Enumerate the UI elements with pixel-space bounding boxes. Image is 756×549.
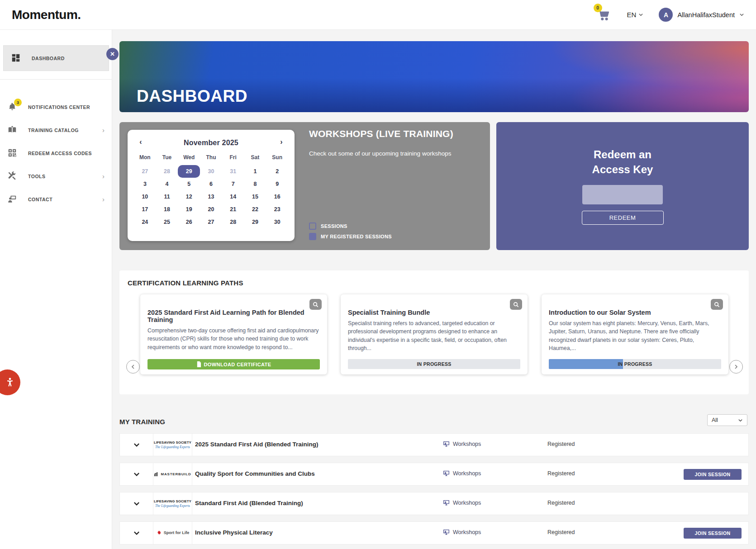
calendar-day[interactable]: 1 xyxy=(244,165,266,178)
calendar-day[interactable]: 24 xyxy=(134,216,156,228)
sidebar-item-dashboard[interactable]: DASHBOARD xyxy=(3,45,109,71)
calendar-day[interactable]: 25 xyxy=(156,216,178,228)
calendar-day[interactable]: 29 xyxy=(178,165,200,178)
calendar-day[interactable]: 10 xyxy=(134,190,156,203)
calendar-day[interactable]: 21 xyxy=(222,203,244,216)
row-expand-button[interactable] xyxy=(120,522,153,544)
calendar-day[interactable]: 31 xyxy=(222,165,244,178)
sidebar-item-label: TRAINING CATALOG xyxy=(28,128,79,133)
carousel-prev-button[interactable] xyxy=(126,360,140,374)
join-session-button[interactable]: JOIN SESSION xyxy=(684,528,742,539)
calendar-day[interactable]: 27 xyxy=(134,165,156,178)
calendar-day[interactable]: 30 xyxy=(200,165,222,178)
sidebar-item-notifications-center[interactable]: 3 NOTIFICATIONS CENTER xyxy=(0,95,112,118)
access-key-input[interactable] xyxy=(582,185,663,204)
calendar-day[interactable]: 14 xyxy=(222,190,244,203)
qr-code-icon xyxy=(7,148,18,159)
sidebar-item-redeem-access-codes[interactable]: REDEEM ACCESS CODES xyxy=(0,142,112,165)
sidebar-item-contact[interactable]: CONTACT › xyxy=(0,188,112,211)
legend-registered-swatch xyxy=(309,233,316,240)
calendar-day[interactable]: 22 xyxy=(244,203,266,216)
row-expand-button[interactable] xyxy=(120,434,153,456)
calendar-day[interactable]: 26 xyxy=(178,216,200,228)
dashboard-banner: DASHBOARD xyxy=(119,41,749,112)
magnifier-icon[interactable] xyxy=(309,299,322,310)
calendar-day[interactable]: 23 xyxy=(266,203,288,216)
training-filter-select[interactable]: All xyxy=(707,414,747,426)
cart-button[interactable]: 0 xyxy=(596,7,612,23)
my-training-heading: MY TRAINING xyxy=(119,418,165,426)
sidebar-item-label: NOTIFICATIONS CENTER xyxy=(28,104,90,110)
contact-desk-icon xyxy=(7,194,18,205)
user-menu[interactable]: A AllanHalifaxStudent xyxy=(659,8,744,22)
magnifier-icon[interactable] xyxy=(510,299,522,310)
calendar-day[interactable]: 12 xyxy=(178,190,200,203)
workshop-icon xyxy=(443,441,450,447)
calendar-day[interactable]: 17 xyxy=(134,203,156,216)
calendar-day[interactable]: 15 xyxy=(244,190,266,203)
training-status: Registered xyxy=(547,500,575,506)
redeem-button[interactable]: REDEEM xyxy=(582,211,664,225)
download-certificate-button[interactable]: DOWNLOAD CERTIFICATE xyxy=(147,359,320,369)
row-expand-button[interactable] xyxy=(120,492,153,515)
chevron-down-icon xyxy=(638,12,643,17)
calendar-next-button[interactable]: › xyxy=(276,137,286,147)
calendar-day[interactable]: 6 xyxy=(200,178,222,190)
calendar-day[interactable]: 2 xyxy=(266,165,288,178)
training-status: Registered xyxy=(547,470,575,477)
calendar-day[interactable]: 20 xyxy=(200,203,222,216)
filter-value: All xyxy=(712,417,718,423)
calendar-days-grid: 2728293031123456789101112131415161718192… xyxy=(134,165,288,228)
calendar-day[interactable]: 4 xyxy=(156,178,178,190)
calendar-day[interactable]: 30 xyxy=(266,216,288,228)
language-label: EN xyxy=(627,11,637,19)
sidebar-item-label: DASHBOARD xyxy=(32,56,65,61)
progress-bar: IN PROGRESS xyxy=(549,359,721,369)
top-bar: Momentum. 0 EN A AllanHalifaxStudent xyxy=(0,0,756,30)
card-title: 2025 Standard First Aid Learning Path fo… xyxy=(147,309,320,323)
training-row: MASTERBUILD Quality Sport for Communitie… xyxy=(119,463,749,486)
calendar-day[interactable]: 29 xyxy=(244,216,266,228)
calendar-day[interactable]: 3 xyxy=(134,178,156,190)
magnifier-icon[interactable] xyxy=(711,299,723,310)
calendar-day[interactable]: 28 xyxy=(222,216,244,228)
sidebar-close-button[interactable]: ✕ xyxy=(106,48,119,60)
calendar-dayname: Fri xyxy=(222,151,244,163)
training-type: Workshops xyxy=(443,529,481,535)
calendar-day[interactable]: 5 xyxy=(178,178,200,190)
calendar-day[interactable]: 7 xyxy=(222,178,244,190)
learning-paths-section: CERTIFICATION LEARNING PATHS 2025 Standa… xyxy=(119,270,749,394)
calendar-day[interactable]: 19 xyxy=(178,203,200,216)
training-row: LIFESAVING SOCIETY The Lifeguarding Expe… xyxy=(119,433,749,456)
sidebar-item-tools[interactable]: TOOLS › xyxy=(0,165,112,188)
calendar-day[interactable]: 27 xyxy=(200,216,222,228)
provider-logo-lifesaving-society: LIFESAVING SOCIETY The Lifeguarding Expe… xyxy=(153,434,192,456)
calendar-day[interactable]: 18 xyxy=(156,203,178,216)
learning-path-card: Introduction to our Solar System Our sol… xyxy=(542,294,728,374)
calendar-day[interactable]: 28 xyxy=(156,165,178,178)
training-type: Workshops xyxy=(443,500,481,506)
notifications-badge: 3 xyxy=(14,99,22,106)
join-session-button[interactable]: JOIN SESSION xyxy=(684,469,742,480)
sidebar-item-label: CONTACT xyxy=(28,197,52,202)
calendar-day[interactable]: 13 xyxy=(200,190,222,203)
calendar-dayname: Sun xyxy=(266,151,288,163)
page-title: DASHBOARD xyxy=(137,87,247,106)
chevron-right-icon: › xyxy=(102,172,105,180)
document-icon xyxy=(196,361,201,367)
progress-label: IN PROGRESS xyxy=(348,359,520,369)
app-logo: Momentum. xyxy=(12,8,81,22)
language-selector[interactable]: EN xyxy=(627,11,644,19)
calendar-day[interactable]: 11 xyxy=(156,190,178,203)
calendar-day[interactable]: 16 xyxy=(266,190,288,203)
calendar-prev-button[interactable]: ‹ xyxy=(136,137,146,147)
training-row: Sport for Life Inclusive Physical Litera… xyxy=(119,521,749,544)
row-expand-button[interactable] xyxy=(120,463,153,485)
sidebar-item-training-catalog[interactable]: TRAINING CATALOG › xyxy=(0,118,112,142)
calendar-day[interactable]: 8 xyxy=(244,178,266,190)
calendar-day[interactable]: 9 xyxy=(266,178,288,190)
learning-path-card: Specialist Training Bundle Specialist tr… xyxy=(341,294,528,374)
chevron-right-icon: › xyxy=(102,195,105,203)
legend-sessions-swatch xyxy=(309,222,316,230)
carousel-next-button[interactable] xyxy=(729,360,743,374)
